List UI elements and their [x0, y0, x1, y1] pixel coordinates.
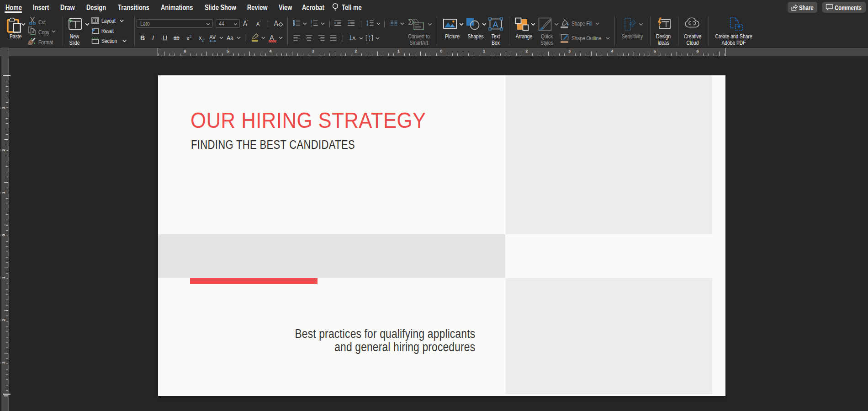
svg-text:3: 3	[311, 24, 312, 26]
svg-text:A: A	[352, 36, 356, 41]
svg-text:A: A	[493, 20, 498, 29]
